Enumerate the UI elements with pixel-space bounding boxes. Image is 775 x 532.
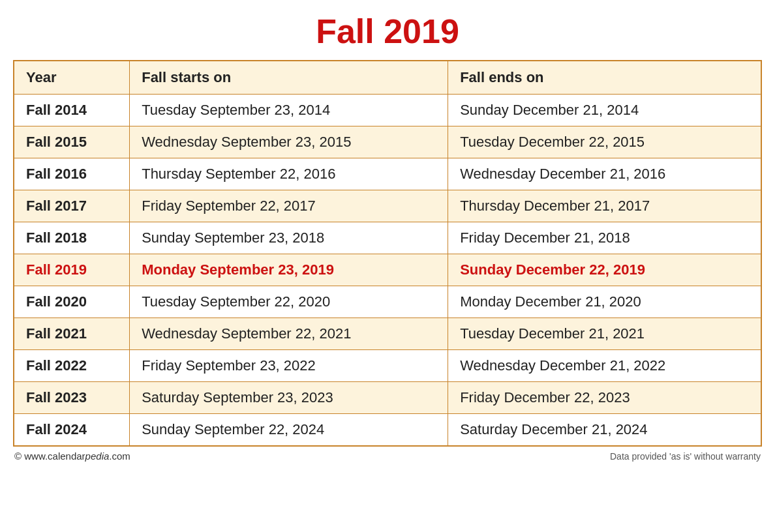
table-row: Fall 2021Wednesday September 22, 2021Tue… xyxy=(14,318,761,350)
cell-year: Fall 2015 xyxy=(14,126,130,158)
table-row: Fall 2014Tuesday September 23, 2014Sunda… xyxy=(14,95,761,126)
cell-starts: Monday September 23, 2019 xyxy=(130,254,448,286)
header-year: Year xyxy=(14,61,130,95)
cell-starts: Thursday September 22, 2016 xyxy=(130,158,448,190)
cell-starts: Tuesday September 23, 2014 xyxy=(130,95,448,126)
table-row: Fall 2018Sunday September 23, 2018Friday… xyxy=(14,222,761,254)
header-ends: Fall ends on xyxy=(448,61,761,95)
cell-starts: Sunday September 22, 2024 xyxy=(130,414,448,447)
cell-starts: Wednesday September 23, 2015 xyxy=(130,126,448,158)
footer-credit: © www.calendarpedia.com xyxy=(14,451,130,462)
table-row: Fall 2019Monday September 23, 2019Sunday… xyxy=(14,254,761,286)
cell-year: Fall 2018 xyxy=(14,222,130,254)
footer-italic: pedia xyxy=(85,451,110,462)
cell-starts: Tuesday September 22, 2020 xyxy=(130,286,448,318)
cell-year: Fall 2014 xyxy=(14,95,130,126)
cell-starts: Wednesday September 22, 2021 xyxy=(130,318,448,350)
cell-year: Fall 2020 xyxy=(14,286,130,318)
data-table-wrapper: Year Fall starts on Fall ends on Fall 20… xyxy=(13,60,762,447)
cell-year: Fall 2019 xyxy=(14,254,130,286)
fall-dates-table: Year Fall starts on Fall ends on Fall 20… xyxy=(13,60,762,447)
cell-ends: Saturday December 21, 2024 xyxy=(448,414,761,447)
table-row: Fall 2022Friday September 23, 2022Wednes… xyxy=(14,350,761,382)
header-starts: Fall starts on xyxy=(130,61,448,95)
table-row: Fall 2023Saturday September 23, 2023Frid… xyxy=(14,382,761,414)
table-row: Fall 2024Sunday September 22, 2024Saturd… xyxy=(14,414,761,447)
table-row: Fall 2015Wednesday September 23, 2015Tue… xyxy=(14,126,761,158)
cell-year: Fall 2017 xyxy=(14,190,130,222)
cell-year: Fall 2022 xyxy=(14,350,130,382)
cell-ends: Wednesday December 21, 2016 xyxy=(448,158,761,190)
table-row: Fall 2016Thursday September 22, 2016Wedn… xyxy=(14,158,761,190)
cell-ends: Wednesday December 21, 2022 xyxy=(448,350,761,382)
cell-year: Fall 2024 xyxy=(14,414,130,447)
cell-ends: Sunday December 21, 2014 xyxy=(448,95,761,126)
cell-year: Fall 2016 xyxy=(14,158,130,190)
cell-ends: Tuesday December 22, 2015 xyxy=(448,126,761,158)
cell-ends: Tuesday December 21, 2021 xyxy=(448,318,761,350)
cell-ends: Monday December 21, 2020 xyxy=(448,286,761,318)
cell-ends: Friday December 22, 2023 xyxy=(448,382,761,414)
cell-ends: Sunday December 22, 2019 xyxy=(448,254,761,286)
cell-starts: Friday September 22, 2017 xyxy=(130,190,448,222)
cell-starts: Friday September 23, 2022 xyxy=(130,350,448,382)
cell-starts: Sunday September 23, 2018 xyxy=(130,222,448,254)
table-row: Fall 2017Friday September 22, 2017Thursd… xyxy=(14,190,761,222)
cell-starts: Saturday September 23, 2023 xyxy=(130,382,448,414)
table-row: Fall 2020Tuesday September 22, 2020Monda… xyxy=(14,286,761,318)
cell-ends: Friday December 21, 2018 xyxy=(448,222,761,254)
table-header-row: Year Fall starts on Fall ends on xyxy=(14,61,761,95)
cell-ends: Thursday December 21, 2017 xyxy=(448,190,761,222)
cell-year: Fall 2023 xyxy=(14,382,130,414)
cell-year: Fall 2021 xyxy=(14,318,130,350)
footer: © www.calendarpedia.com Data provided 'a… xyxy=(13,451,762,462)
footer-disclaimer: Data provided 'as is' without warranty xyxy=(610,451,761,462)
page-title: Fall 2019 xyxy=(316,12,459,51)
